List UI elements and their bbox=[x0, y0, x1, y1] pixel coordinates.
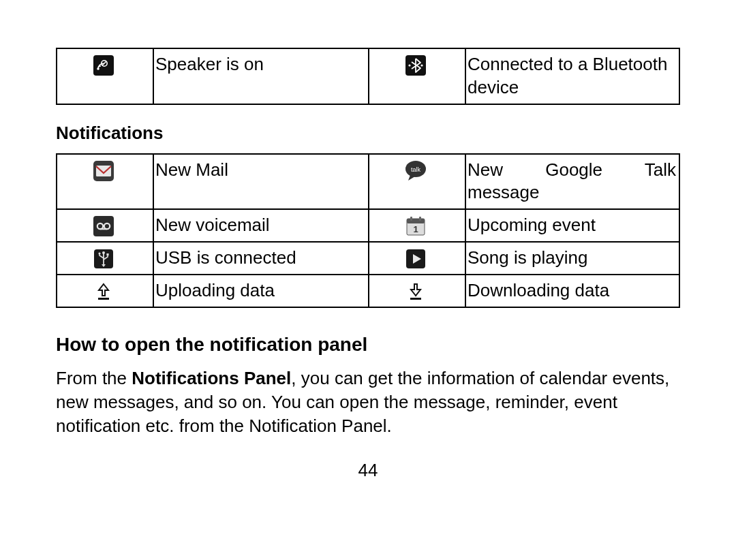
svg-rect-16 bbox=[410, 217, 412, 221]
icon-cell: talk bbox=[369, 154, 465, 210]
upload-icon bbox=[93, 281, 114, 302]
usb-icon bbox=[94, 249, 113, 268]
icon-description: Speaker is on bbox=[153, 48, 369, 104]
para-text: From the bbox=[56, 368, 132, 388]
mail-icon bbox=[93, 160, 114, 182]
bluetooth-connected-icon bbox=[405, 55, 426, 76]
icon-cell bbox=[57, 48, 153, 104]
heading-how-to-open: How to open the notification panel bbox=[56, 334, 680, 356]
icon-description: USB is connected bbox=[153, 242, 369, 275]
icon-cell: 1 bbox=[369, 209, 465, 242]
icon-description: New voicemail bbox=[153, 209, 369, 242]
table-row: New Mail talk New Google Talk message bbox=[57, 154, 679, 210]
status-icons-table: Speaker is on Connected to a Bluetooth d… bbox=[56, 48, 680, 105]
table-row: USB is connected Song is playing bbox=[57, 242, 679, 275]
icon-cell bbox=[369, 242, 465, 275]
download-icon bbox=[405, 281, 426, 302]
icon-description: Connected to a Bluetooth device bbox=[465, 48, 679, 104]
svg-rect-26 bbox=[410, 298, 421, 300]
icon-description: New Mail bbox=[153, 154, 369, 210]
notifications-icons-table: New Mail talk New Google Talk message bbox=[56, 153, 680, 308]
icon-cell bbox=[369, 275, 465, 307]
document-page: Speaker is on Connected to a Bluetooth d… bbox=[0, 0, 736, 481]
svg-point-2 bbox=[97, 67, 99, 70]
svg-rect-0 bbox=[93, 55, 114, 76]
svg-text:1: 1 bbox=[413, 224, 418, 234]
icon-description: Upcoming event bbox=[465, 209, 679, 242]
talk-icon: talk bbox=[403, 159, 428, 183]
svg-rect-25 bbox=[98, 298, 109, 300]
table-row: Speaker is on Connected to a Bluetooth d… bbox=[57, 48, 679, 104]
svg-rect-23 bbox=[106, 253, 108, 255]
icon-description: Uploading data bbox=[153, 275, 369, 307]
icon-description: Downloading data bbox=[465, 275, 679, 307]
icon-cell bbox=[57, 154, 153, 210]
table-row: Uploading data Downloading data bbox=[57, 275, 679, 307]
svg-rect-15 bbox=[407, 219, 425, 223]
svg-text:talk: talk bbox=[411, 166, 421, 173]
calendar-icon: 1 bbox=[405, 215, 427, 237]
section-heading-notifications: Notifications bbox=[56, 123, 680, 144]
para-bold: Notifications Panel bbox=[132, 368, 291, 388]
voicemail-icon bbox=[93, 216, 114, 236]
desc-line: New Google Talk bbox=[467, 159, 676, 182]
icon-cell bbox=[369, 48, 465, 104]
paragraph: From the Notifications Panel, you can ge… bbox=[56, 367, 680, 438]
svg-rect-7 bbox=[96, 166, 111, 176]
icon-description: Song is playing bbox=[465, 242, 679, 275]
table-row: New voicemail 1 Upcoming event bbox=[57, 209, 679, 242]
svg-rect-17 bbox=[419, 217, 421, 221]
icon-cell bbox=[57, 209, 153, 242]
svg-point-5 bbox=[420, 65, 423, 67]
speaker-icon bbox=[93, 55, 114, 76]
svg-point-22 bbox=[98, 253, 100, 255]
page-number: 44 bbox=[56, 460, 680, 481]
desc-line: message bbox=[467, 181, 676, 204]
svg-point-4 bbox=[408, 65, 410, 67]
play-icon bbox=[406, 249, 425, 268]
icon-cell bbox=[57, 275, 153, 307]
icon-cell bbox=[57, 242, 153, 275]
icon-description: New Google Talk message bbox=[465, 154, 679, 210]
